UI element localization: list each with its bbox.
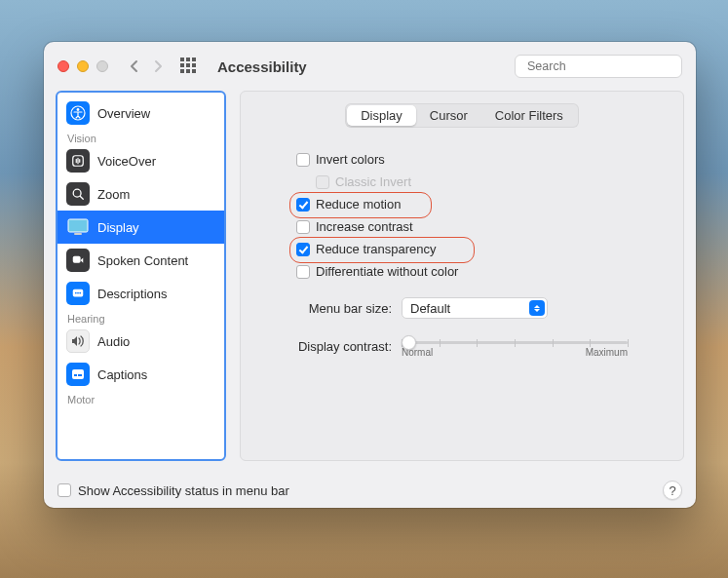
svg-point-12: [77, 292, 79, 294]
sidebar-item-label: Descriptions: [97, 287, 168, 301]
footer: Show Accessibility status in menu bar ?: [44, 473, 696, 508]
chevron-left-icon: [130, 59, 139, 73]
zoom-window-button[interactable]: [96, 60, 108, 72]
sidebar-item-label: Overview: [97, 106, 150, 121]
audio-icon: [66, 329, 90, 353]
slider-thumb[interactable]: [402, 335, 416, 350]
accessibility-icon: [66, 101, 90, 125]
option-classic-invert: Classic Invert: [316, 172, 628, 192]
sidebar: Overview Vision VoiceOver Zoom Display: [56, 91, 226, 461]
svg-rect-7: [68, 219, 88, 232]
menu-bar-size-value: Default: [410, 301, 450, 316]
tab-display[interactable]: Display: [347, 105, 416, 126]
tab-color-filters[interactable]: Color Filters: [481, 105, 577, 126]
sidebar-item-label: Zoom: [97, 187, 130, 202]
sidebar-item-captions[interactable]: Captions: [57, 358, 224, 391]
classic-invert-checkbox: [316, 175, 329, 189]
sidebar-item-display[interactable]: Display: [57, 211, 224, 244]
sidebar-item-label: Captions: [97, 367, 147, 382]
sidebar-item-label: Display: [97, 220, 139, 235]
nav-buttons: [126, 57, 167, 76]
main-content: Display Cursor Color Filters Invert colo…: [240, 91, 684, 461]
svg-point-13: [79, 292, 81, 294]
descriptions-icon: [66, 282, 90, 305]
sidebar-category-hearing: Hearing: [57, 310, 224, 325]
option-label: Reduce transparency: [316, 242, 437, 256]
back-button[interactable]: [126, 57, 143, 76]
increase-contrast-checkbox[interactable]: [296, 220, 310, 234]
search-field[interactable]: [515, 55, 682, 78]
reduce-motion-checkbox[interactable]: [296, 198, 310, 212]
display-icon: [66, 215, 90, 239]
show-status-label: Show Accessibility status in menu bar: [78, 483, 289, 498]
spoken-content-icon: [66, 249, 90, 272]
menu-bar-size-label: Menu bar size:: [296, 301, 392, 316]
menu-bar-size-row: Menu bar size: Default: [296, 297, 628, 319]
sidebar-item-overview[interactable]: Overview: [57, 96, 224, 130]
option-label: Increase contrast: [316, 219, 413, 234]
option-differentiate-without-color[interactable]: Differentiate without color: [296, 261, 628, 282]
show-all-button[interactable]: [180, 58, 198, 75]
option-increase-contrast[interactable]: Increase contrast: [296, 216, 628, 237]
option-label: Reduce motion: [316, 197, 401, 212]
svg-rect-8: [74, 233, 82, 235]
option-invert-colors[interactable]: Invert colors: [296, 149, 628, 170]
minimize-window-button[interactable]: [77, 60, 89, 72]
sidebar-item-descriptions[interactable]: Descriptions: [57, 277, 224, 310]
settings-panel: Display Cursor Color Filters Invert colo…: [240, 91, 684, 461]
option-label: Invert colors: [316, 152, 385, 167]
option-reduce-transparency[interactable]: Reduce transparency: [296, 239, 628, 259]
close-window-button[interactable]: [57, 60, 69, 72]
sidebar-item-spoken-content[interactable]: Spoken Content: [57, 244, 224, 277]
sidebar-item-zoom[interactable]: Zoom: [57, 177, 224, 211]
display-options: Invert colors Classic Invert Reduce moti…: [296, 149, 628, 282]
sidebar-item-label: Audio: [97, 334, 130, 349]
menu-bar-size-select[interactable]: Default: [402, 297, 548, 319]
svg-point-11: [75, 292, 77, 294]
sidebar-category-vision: Vision: [57, 130, 224, 144]
option-label: Differentiate without color: [316, 264, 458, 279]
svg-rect-9: [73, 256, 81, 263]
zoom-icon: [66, 182, 90, 206]
help-icon: ?: [669, 483, 675, 498]
select-stepper-icon: [529, 300, 545, 316]
preferences-window: Accessibility Overview Vision VoiceOver: [44, 42, 696, 508]
sidebar-item-label: VoiceOver: [97, 154, 156, 169]
tab-bar: Display Cursor Color Filters: [345, 103, 579, 128]
differentiate-checkbox[interactable]: [296, 265, 310, 279]
reduce-transparency-checkbox[interactable]: [296, 243, 310, 256]
chevron-right-icon: [153, 59, 163, 73]
help-button[interactable]: ?: [663, 481, 682, 500]
invert-colors-checkbox[interactable]: [296, 153, 310, 167]
svg-point-3: [77, 108, 80, 111]
svg-rect-15: [74, 374, 77, 376]
window-title: Accessibility: [217, 58, 307, 75]
captions-icon: [66, 363, 90, 386]
sidebar-item-voiceover[interactable]: VoiceOver: [57, 144, 224, 177]
window-controls: [57, 60, 108, 72]
sidebar-item-audio[interactable]: Audio: [57, 325, 224, 358]
svg-line-6: [80, 196, 83, 199]
option-label: Classic Invert: [335, 174, 411, 189]
window-body: Overview Vision VoiceOver Zoom Display: [44, 91, 696, 473]
show-status-option[interactable]: Show Accessibility status in menu bar: [57, 483, 289, 498]
voiceover-icon: [66, 149, 90, 173]
search-input[interactable]: [527, 59, 680, 73]
show-status-checkbox[interactable]: [57, 483, 71, 497]
option-reduce-motion[interactable]: Reduce motion: [296, 194, 628, 214]
display-contrast-row: Display contrast: Normal Maximum: [296, 334, 628, 358]
sidebar-item-label: Spoken Content: [97, 253, 188, 268]
svg-rect-16: [78, 374, 82, 376]
display-contrast-label: Display contrast:: [296, 339, 392, 354]
slider-max-label: Maximum: [586, 347, 628, 358]
tab-cursor[interactable]: Cursor: [416, 105, 481, 126]
sidebar-category-motor: Motor: [57, 391, 224, 405]
display-contrast-slider[interactable]: Normal Maximum: [402, 334, 628, 358]
titlebar: Accessibility: [44, 42, 696, 91]
forward-button[interactable]: [149, 57, 167, 76]
